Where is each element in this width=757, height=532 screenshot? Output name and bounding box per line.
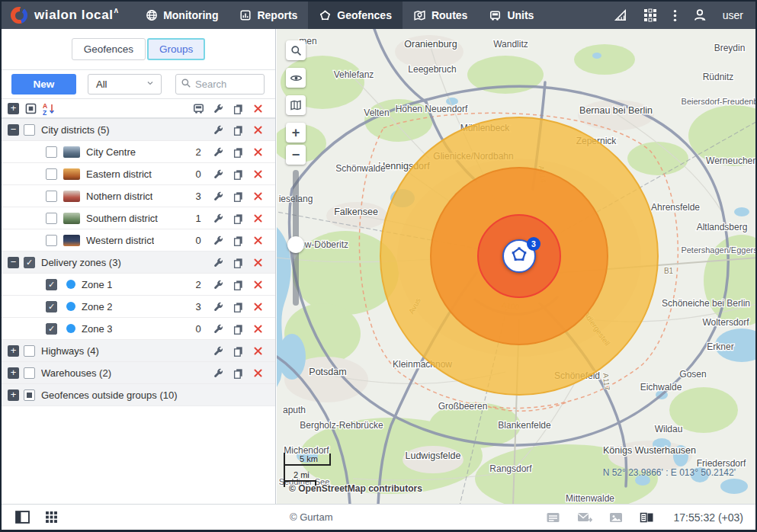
log-icon[interactable]: [546, 511, 560, 524]
zoom-out-button[interactable]: −: [286, 145, 306, 165]
checkbox-unchecked[interactable]: [24, 367, 35, 379]
checkbox-unchecked[interactable]: [46, 235, 57, 246]
delete-button[interactable]: [248, 323, 268, 335]
close-icon[interactable]: [248, 102, 268, 115]
nav-item-monitoring[interactable]: Monitoring: [135, 2, 229, 29]
geofence-name[interactable]: Zone 1: [82, 279, 112, 290]
map-area[interactable]: menOranienburgWandlitzBreydinLeegebruchV…: [277, 29, 755, 504]
ruler-icon[interactable]: [614, 8, 627, 22]
delete-button[interactable]: [248, 279, 268, 290]
search-input[interactable]: [195, 79, 259, 90]
expand-group-icon[interactable]: +: [8, 389, 19, 401]
map-attribution[interactable]: © OpenStreetMap contributors: [289, 483, 422, 494]
nav-item-routes[interactable]: Routes: [403, 2, 478, 29]
checkbox-checked[interactable]: ✓: [46, 279, 57, 290]
map-layers-button[interactable]: [286, 95, 306, 115]
checkbox-indeterminate[interactable]: [24, 389, 35, 401]
edit-button[interactable]: [208, 257, 228, 268]
checkbox-checked[interactable]: ✓: [24, 257, 35, 268]
edit-button[interactable]: [208, 168, 228, 180]
wialon-logo[interactable]: wialon local ʌ: [2, 2, 135, 29]
edit-button[interactable]: [208, 279, 228, 290]
checkbox-unchecked[interactable]: [24, 345, 35, 357]
copy-button[interactable]: [228, 257, 248, 268]
nav-item-units[interactable]: Units: [478, 2, 544, 29]
collapse-group-icon[interactable]: −: [8, 257, 19, 268]
edit-button[interactable]: [208, 124, 228, 136]
geofence-cluster-marker[interactable]: 3: [502, 239, 536, 273]
edit-button[interactable]: [208, 367, 228, 379]
user-icon[interactable]: [693, 8, 707, 22]
edit-button[interactable]: [208, 345, 228, 357]
checkbox-checked[interactable]: ✓: [46, 323, 57, 335]
delete-button[interactable]: [248, 191, 268, 202]
copy-button[interactable]: [228, 213, 248, 224]
expand-group-icon[interactable]: +: [8, 345, 19, 357]
delete-button[interactable]: [248, 146, 268, 158]
group-name[interactable]: City districts (5): [41, 124, 110, 136]
truck-icon[interactable]: [188, 102, 208, 115]
edit-button[interactable]: [208, 146, 228, 158]
split-icon[interactable]: [640, 511, 654, 524]
edit-button[interactable]: [208, 213, 228, 224]
nav-item-geofences[interactable]: Geofences: [308, 2, 403, 29]
checkbox-unchecked[interactable]: [46, 213, 57, 224]
geofence-name[interactable]: Eastern district: [86, 168, 152, 180]
select-icon[interactable]: [25, 103, 37, 114]
checkbox-unchecked[interactable]: [46, 168, 57, 180]
copy-button[interactable]: [228, 345, 248, 357]
collapse-group-icon[interactable]: −: [8, 124, 19, 136]
copy-button[interactable]: [228, 191, 248, 202]
copy-button[interactable]: [228, 235, 248, 246]
copy-button[interactable]: [228, 367, 248, 379]
copy-button[interactable]: [228, 168, 248, 180]
edit-button[interactable]: [208, 301, 228, 312]
delete-button[interactable]: [248, 235, 268, 246]
panel-toggle-icon[interactable]: [15, 511, 30, 524]
zoom-in-button[interactable]: +: [286, 123, 306, 143]
group-name[interactable]: Geofences outside groups (10): [41, 389, 178, 401]
geofence-name[interactable]: Zone 2: [82, 301, 112, 312]
delete-button[interactable]: [248, 168, 268, 180]
zoom-slider-handle[interactable]: [287, 236, 304, 253]
geofence-name[interactable]: Zone 3: [82, 323, 112, 335]
copy-button[interactable]: [228, 146, 248, 158]
filter-dropdown[interactable]: All: [88, 74, 162, 95]
apps-icon[interactable]: [643, 8, 657, 22]
edit-button[interactable]: [208, 191, 228, 202]
checkbox-checked[interactable]: ✓: [46, 301, 57, 312]
delete-button[interactable]: [248, 124, 268, 136]
delete-button[interactable]: [248, 213, 268, 224]
sort-az-icon[interactable]: AZ: [43, 102, 55, 115]
map-visibility-button[interactable]: [286, 68, 306, 88]
delete-button[interactable]: [248, 345, 268, 357]
mail-icon[interactable]: [577, 511, 592, 524]
edit-button[interactable]: [208, 235, 228, 246]
user-menu-label[interactable]: user: [723, 9, 743, 21]
geofence-name[interactable]: Western district: [86, 235, 154, 246]
map-search-button[interactable]: [286, 40, 306, 60]
image-icon[interactable]: [609, 511, 623, 524]
tab-groups[interactable]: Groups: [147, 38, 205, 60]
geofence-name[interactable]: City Centre: [86, 146, 136, 158]
delete-button[interactable]: [248, 257, 268, 268]
expand-group-icon[interactable]: +: [8, 367, 19, 379]
geofence-name[interactable]: Southern district: [86, 213, 158, 224]
tab-geofences[interactable]: Geofences: [72, 38, 146, 60]
kebab-icon[interactable]: [673, 9, 677, 22]
group-name[interactable]: Warehouses (2): [41, 367, 111, 379]
checkbox-unchecked[interactable]: [24, 124, 35, 136]
copy-button[interactable]: [228, 124, 248, 136]
copy-button[interactable]: [228, 323, 248, 335]
grid-icon[interactable]: [45, 511, 58, 524]
copy-button[interactable]: [228, 279, 248, 290]
edit-button[interactable]: [208, 323, 228, 335]
group-name[interactable]: Delivery zones (3): [41, 257, 121, 268]
copy-button[interactable]: [228, 301, 248, 312]
delete-button[interactable]: [248, 301, 268, 312]
group-name[interactable]: Highways (4): [41, 345, 99, 357]
new-button[interactable]: New: [11, 74, 76, 95]
expand-all-icon[interactable]: +: [8, 103, 19, 114]
geofence-name[interactable]: Nothern district: [86, 191, 152, 202]
checkbox-unchecked[interactable]: [46, 191, 57, 202]
